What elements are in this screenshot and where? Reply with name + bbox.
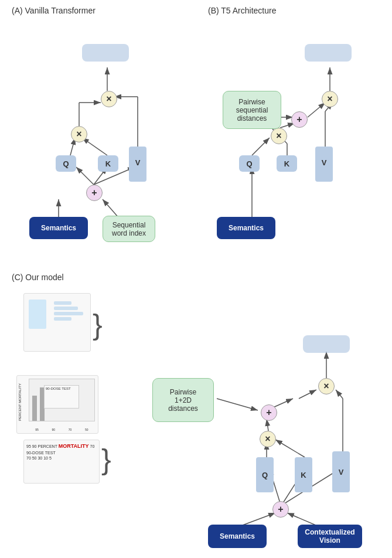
semantics-button-b: Semantics <box>217 217 275 239</box>
svg-line-28 <box>217 399 258 410</box>
section-c-label: (C) Our model <box>12 273 64 282</box>
pairwise-1-2d-distances: Pairwise1+2Ddistances <box>152 378 214 422</box>
plus-circle-c-bottom: + <box>272 501 289 518</box>
output-rect-b <box>305 44 352 62</box>
k-label-c: K <box>295 471 312 479</box>
svg-line-35 <box>336 390 343 399</box>
k-block-a: K <box>98 155 118 172</box>
brace-top: } <box>93 308 103 342</box>
text-thumbnail: 95 90 PERCENT MORTALITY 7090-DOSE TEST70… <box>23 440 100 484</box>
diagram-container: (A) Vanilla Transformer × × Q K V + Sema… <box>0 0 392 558</box>
k-block-b: K <box>277 155 297 172</box>
sequential-word-index: Sequentialword index <box>103 216 155 242</box>
svg-line-30 <box>275 440 305 457</box>
plus-circle-b: + <box>291 111 308 128</box>
brace-bottom: } <box>101 443 111 477</box>
section-b-label: (B) T5 Architecture <box>208 6 276 15</box>
v-label-a: V <box>129 158 146 167</box>
svg-line-3 <box>76 167 94 185</box>
multiply-circle-c-small: × <box>260 431 276 447</box>
multiply-circle-a-right: × <box>101 91 117 107</box>
multiply-circle-b-big: × <box>322 91 338 107</box>
svg-line-6 <box>82 138 107 155</box>
pairwise-sequential-distances: Pairwisesequentialdistances <box>223 91 281 129</box>
q-label-c: Q <box>256 471 274 479</box>
contextualized-vision-button: ContextualizedVision <box>298 525 362 548</box>
svg-line-33 <box>299 390 316 399</box>
multiply-circle-c-big: × <box>318 378 335 394</box>
v-label-c: V <box>332 468 350 477</box>
q-block-b: Q <box>239 155 260 172</box>
section-a-label: (A) Vanilla Transformer <box>12 6 96 15</box>
semantics-button-c: Semantics <box>208 525 267 548</box>
svg-line-32 <box>267 419 268 431</box>
svg-line-18 <box>308 103 325 117</box>
v-label-b: V <box>315 158 333 167</box>
output-rect-a <box>82 44 129 62</box>
plus-circle-a: + <box>86 185 103 201</box>
multiply-circle-b-small: × <box>271 128 287 144</box>
multiply-circle-a-left: × <box>71 126 87 142</box>
q-block-a: Q <box>56 155 76 172</box>
svg-line-17 <box>252 138 270 155</box>
semantics-button-a: Semantics <box>29 217 88 239</box>
document-thumbnail-top <box>23 293 91 352</box>
chart-thumbnail: PERCENT MORTALITY 90-DOSE TEST 95907050 <box>16 375 98 434</box>
plus-circle-c-pairwise: + <box>261 404 277 421</box>
output-rect-c <box>303 335 350 353</box>
